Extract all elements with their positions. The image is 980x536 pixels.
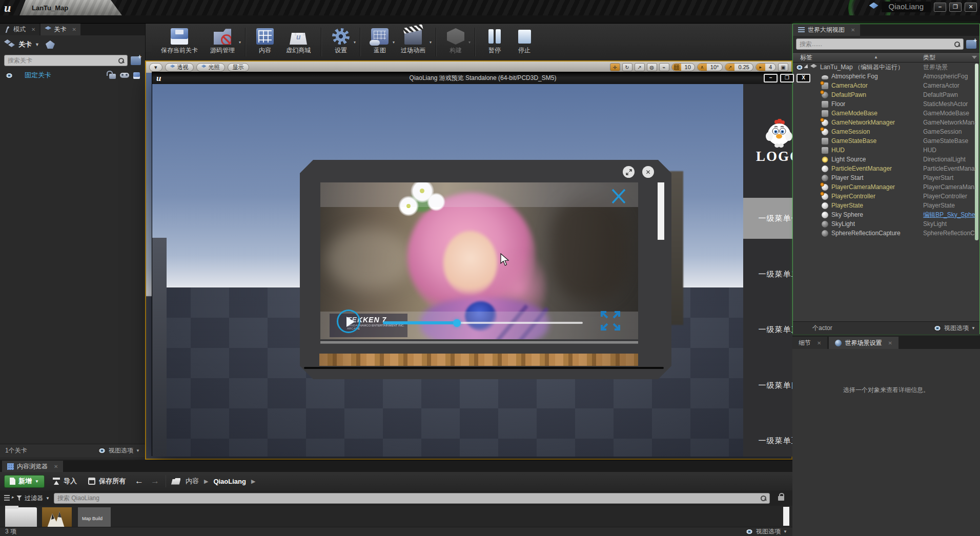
- label-column-header[interactable]: 标签: [793, 53, 812, 62]
- add-level-button[interactable]: [131, 56, 141, 65]
- scale-snap-control[interactable]: ↗0.25: [725, 63, 753, 71]
- window-minimize-button[interactable]: –: [934, 3, 946, 12]
- toolbar-button[interactable]: 虚幻商城: [280, 26, 317, 56]
- outliner-add-folder-button[interactable]: [966, 40, 976, 49]
- move-tool-button[interactable]: ✛: [610, 63, 620, 71]
- toolbar-button[interactable]: 过场动画 ▾: [395, 26, 432, 56]
- asset-map-build-tile[interactable]: Map Build: [78, 507, 111, 527]
- visibility-eye-icon[interactable]: [795, 65, 804, 70]
- outliner-actor-row[interactable]: GameModeBase GameModeBase: [793, 109, 979, 118]
- content-search-input[interactable]: [57, 494, 760, 502]
- map-title-tab[interactable]: LanTu_Map: [19, 0, 122, 15]
- outliner-actor-row[interactable]: Light Source DirectionalLight: [793, 155, 979, 164]
- outliner-actor-row[interactable]: GameStateBase GameStateBase: [793, 136, 979, 146]
- toolbar-button[interactable]: 蓝图 ▾: [365, 26, 395, 56]
- sources-panel-toggle-icon[interactable]: [4, 495, 12, 502]
- scale-tool-button[interactable]: ↗: [635, 63, 645, 71]
- lock-icon[interactable]: [109, 74, 116, 79]
- video-close-x-button[interactable]: [610, 188, 627, 205]
- levels-dropdown-caret-icon[interactable]: ▼: [35, 42, 39, 47]
- visibility-eye-icon[interactable]: [5, 73, 13, 78]
- toolbar-button[interactable]: [245, 28, 246, 56]
- content-browser-scrollbar[interactable]: [783, 507, 789, 526]
- outliner-actor-row[interactable]: SphereReflectionCapture SphereReflection…: [793, 229, 979, 238]
- viewport-show-button[interactable]: 显示: [228, 63, 249, 72]
- toolbar-button[interactable]: 保存当前关卡: [155, 26, 204, 56]
- toolbar-button[interactable]: [475, 28, 476, 56]
- expand-arrow-icon[interactable]: [804, 64, 809, 70]
- outliner-search[interactable]: [796, 38, 964, 50]
- path-folder-icon[interactable]: [171, 478, 180, 485]
- gamepad-icon[interactable]: [120, 73, 129, 78]
- breadcrumb-current[interactable]: QiaoLiang: [213, 478, 246, 485]
- content-search[interactable]: [54, 493, 770, 504]
- toolbar-button[interactable]: [436, 28, 437, 56]
- levels-search[interactable]: [4, 55, 128, 66]
- levels-dropdown[interactable]: 关卡: [18, 40, 32, 49]
- asset-map-tile[interactable]: [42, 507, 72, 527]
- asset-folder-tile[interactable]: [5, 507, 37, 527]
- dialog-scrollbar[interactable]: [658, 182, 664, 240]
- rotation-snap-control[interactable]: ∧10°: [697, 63, 723, 71]
- tab-close-icon[interactable]: ✕: [72, 27, 76, 32]
- grid-snap-control[interactable]: 10: [671, 63, 695, 71]
- surface-snap-button[interactable]: ⌁: [659, 63, 669, 71]
- tab-close-icon[interactable]: ✕: [31, 27, 35, 32]
- dialog-close-button[interactable]: ✕: [642, 166, 654, 178]
- outliner-actor-row[interactable]: PlayerCameraManager PlayerCameraManager: [793, 182, 979, 192]
- outliner-actor-row[interactable]: SkyLight SkyLight: [793, 219, 979, 229]
- panel-tab[interactable]: 模式 ✕: [0, 24, 39, 35]
- video-player[interactable]: TEKKEN 7 BANDAI NAMCO ENTERTAINMENT INC.…: [320, 182, 638, 339]
- world-local-toggle[interactable]: ◍: [647, 63, 657, 71]
- toolbar-button[interactable]: 内容: [250, 26, 280, 56]
- video-progress-track[interactable]: [383, 322, 583, 324]
- outliner-actor-row[interactable]: Player Start PlayerStart: [793, 173, 979, 182]
- outliner-actor-row[interactable]: LanTu_Map （编辑器中运行） 世界场景: [793, 63, 979, 72]
- breadcrumb-root[interactable]: 内容: [186, 477, 199, 486]
- outliner-actor-row[interactable]: Sky Sphere 编辑BP_Sky_Sphere: [793, 210, 979, 219]
- maximize-viewport-button[interactable]: ▣: [778, 63, 788, 71]
- viewport-options-dropdown[interactable]: ▾: [149, 63, 162, 72]
- viewport-lit-button[interactable]: 光照: [196, 63, 225, 72]
- outliner-actor-row[interactable]: GameSession GameSession: [793, 127, 979, 136]
- game-restore-button[interactable]: ❐: [780, 74, 794, 83]
- tab-close-icon[interactable]: ✕: [851, 27, 855, 33]
- viewport-perspective-button[interactable]: 透视: [165, 63, 194, 72]
- window-close-button[interactable]: ✕: [965, 3, 977, 12]
- save-all-button[interactable]: 保存所有: [85, 477, 129, 486]
- toolbar-button[interactable]: 设置 ▾: [326, 26, 356, 56]
- camera-speed-control[interactable]: ▸4: [756, 63, 776, 71]
- fullscreen-button[interactable]: [600, 311, 621, 331]
- dialog-expand-button[interactable]: [623, 166, 635, 178]
- save-level-icon[interactable]: [133, 72, 140, 79]
- type-column-header[interactable]: 类型: [923, 53, 935, 62]
- forward-button[interactable]: →: [150, 476, 160, 486]
- game-close-button[interactable]: X: [797, 74, 810, 83]
- outliner-actor-row[interactable]: DefaultPawn DefaultPawn: [793, 90, 979, 99]
- rotate-tool-button[interactable]: ↻: [622, 63, 632, 71]
- toolbar-button[interactable]: 构建 ▾: [441, 26, 471, 56]
- outliner-actor-row[interactable]: PlayerController PlayerController: [793, 192, 979, 201]
- world-outliner-tab[interactable]: 世界大纲视图 ✕: [793, 24, 860, 36]
- content-browser-tab[interactable]: 内容浏览器 ✕: [2, 461, 63, 472]
- persistent-level-row[interactable]: 固定关卡: [0, 68, 145, 83]
- world-settings-tab[interactable]: 世界场景设置 ✕: [829, 337, 898, 349]
- window-restore-button[interactable]: ❐: [949, 3, 962, 12]
- content-browser-lock-icon[interactable]: [778, 496, 784, 501]
- outliner-actor-row[interactable]: ParticleEventManager ParticleEventManage…: [793, 164, 979, 173]
- outliner-actor-row[interactable]: Atmospheric Fog AtmosphericFog: [793, 72, 979, 81]
- content-view-options[interactable]: 视图选项 ▼: [745, 527, 787, 536]
- add-new-button[interactable]: 新增 ▼: [4, 475, 45, 488]
- back-button[interactable]: ←: [134, 476, 145, 486]
- outliner-actor-row[interactable]: HUD HUD: [793, 146, 979, 155]
- levels-search-input[interactable]: [8, 57, 118, 64]
- toolbar-button[interactable]: [360, 28, 361, 56]
- play-button[interactable]: [337, 310, 360, 333]
- outliner-search-input[interactable]: [800, 40, 954, 48]
- tab-close-icon[interactable]: ✕: [888, 340, 892, 346]
- outliner-actor-row[interactable]: Floor StaticMeshActor: [793, 99, 979, 109]
- tab-close-icon[interactable]: ✕: [54, 464, 58, 469]
- import-button[interactable]: 导入: [50, 477, 80, 486]
- toolbar-button[interactable]: [321, 28, 322, 56]
- toolbar-button[interactable]: 源码管理 ▾: [204, 26, 241, 56]
